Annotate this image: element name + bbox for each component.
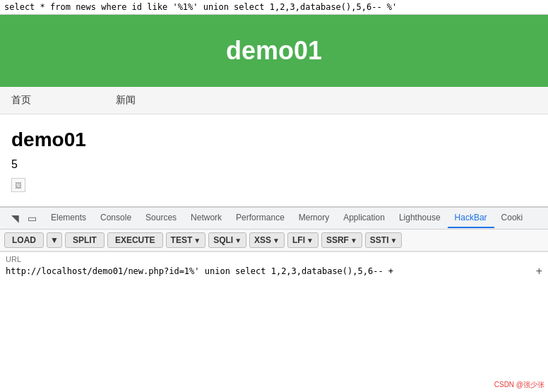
url-row: + [6,265,542,278]
address-bar: select * from news where id like '%1%' u… [0,0,548,15]
tab-performance[interactable]: Performance [229,208,292,228]
tab-application[interactable]: Application [336,208,392,228]
hackbar-split-button[interactable]: SPLIT [65,232,105,248]
xss-arrow-icon: ▼ [273,237,280,244]
tab-memory[interactable]: Memory [292,208,336,228]
device-icon[interactable]: ▭ [25,212,38,225]
ssti-arrow-icon: ▼ [391,237,398,244]
hackbar-load-arrow[interactable]: ▼ [47,232,62,248]
tab-elements[interactable]: Elements [44,208,93,228]
hackbar-ssrf-dropdown[interactable]: SSRF ▼ [321,232,362,248]
devtools-panel: ◥ ▭ Elements Console Sources Network Per… [0,206,548,280]
devtools-icon-group: ◥ ▭ [3,208,44,229]
hackbar-url-area: URL + [0,251,548,280]
lfi-arrow-icon: ▼ [306,237,314,244]
hackbar-execute-button[interactable]: EXECUTE [107,232,163,248]
address-bar-text: select * from news where id like '%1%' u… [4,2,397,12]
hackbar-xss-dropdown[interactable]: XSS ▼ [249,232,285,248]
tab-cookie[interactable]: Cooki [494,208,530,228]
nav-item-news[interactable]: 新闻 [116,94,136,107]
hackbar-ssti-dropdown[interactable]: SSTI ▼ [365,232,403,248]
ssrf-arrow-icon: ▼ [350,237,357,244]
content-number: 5 [11,158,537,171]
tab-lighthouse[interactable]: Lighthouse [392,208,448,228]
hackbar-test-dropdown[interactable]: TEST ▼ [166,232,206,248]
hackbar-lfi-dropdown[interactable]: LFI ▼ [287,232,318,248]
test-arrow-icon: ▼ [193,237,201,244]
sqli-arrow-icon: ▼ [234,237,242,244]
url-input[interactable] [6,266,533,276]
inspect-icon[interactable]: ◥ [8,212,21,225]
tab-network[interactable]: Network [184,208,229,228]
hackbar-load-button[interactable]: LOAD [4,232,44,248]
tab-console[interactable]: Console [93,208,138,228]
nav-item-home[interactable]: 首页 [11,94,31,107]
hackbar-toolbar: LOAD ▼ SPLIT EXECUTE TEST ▼ SQLI ▼ XSS ▼… [0,230,548,251]
tab-sources[interactable]: Sources [138,208,184,228]
url-plus-icon[interactable]: + [536,265,542,278]
devtools-tabs: ◥ ▭ Elements Console Sources Network Per… [0,208,548,230]
tab-hackbar[interactable]: HackBar [448,208,494,228]
content-title: demo01 [11,129,537,151]
site-nav: 首页 新闻 [0,87,548,114]
site-content: demo01 5 🖼 [0,114,548,206]
url-label: URL [6,255,542,263]
hackbar-sqli-dropdown[interactable]: SQLI ▼ [208,232,246,248]
site-header: demo01 [0,15,548,87]
broken-image: 🖼 [11,178,25,192]
site-title: demo01 [0,36,548,66]
